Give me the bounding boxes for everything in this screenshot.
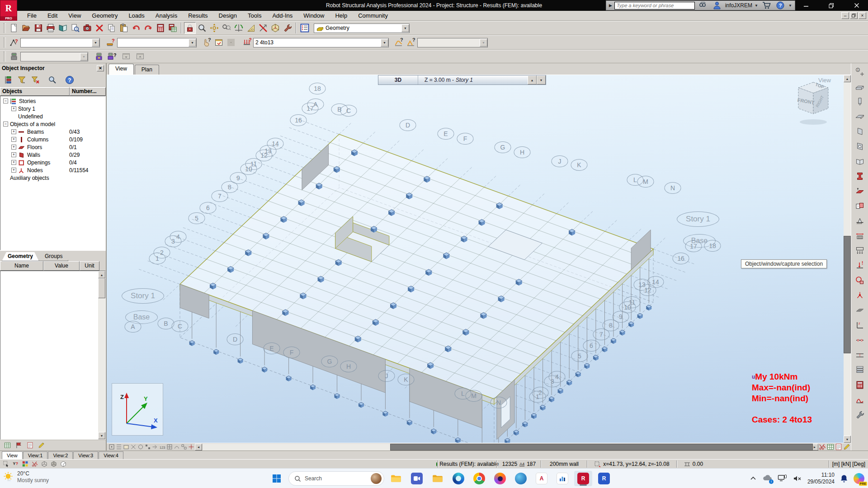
save-icon[interactable]	[33, 22, 44, 34]
calculator-icon[interactable]	[155, 22, 166, 34]
axes-numbering-icon[interactable]: 1	[854, 66, 866, 78]
view-tab-view-4[interactable]: View:4	[99, 451, 123, 459]
edit-icon[interactable]	[37, 441, 46, 450]
view-mode-label[interactable]: 3D	[378, 75, 418, 84]
display-params-icon[interactable]	[299, 22, 311, 34]
shell-icon[interactable]	[854, 155, 866, 167]
expand-toggle-icon[interactable]: +	[11, 129, 16, 134]
story-down-icon[interactable]: ▼	[537, 75, 546, 84]
property-scrollbar[interactable]: ▲ ▼	[98, 271, 105, 439]
print-layout-icon[interactable]	[835, 444, 843, 450]
load-types-icon[interactable]: !	[854, 260, 866, 272]
toolbar-drag-handle[interactable]	[4, 23, 6, 33]
search-highlight-image[interactable]	[371, 473, 382, 484]
menu-help[interactable]: Help	[330, 11, 353, 20]
flag-icon[interactable]	[14, 441, 23, 450]
bar-selection-combo[interactable]: ▼	[117, 38, 197, 47]
expand-toggle-icon[interactable]: −	[3, 99, 8, 103]
section-cut-icon[interactable]	[30, 460, 39, 468]
mdi-restore-button[interactable]	[850, 12, 858, 19]
menu-file[interactable]: File	[22, 11, 42, 20]
viewport-option-icon-8[interactable]: 123	[159, 444, 166, 450]
taskbar-search[interactable]: Search	[288, 471, 384, 486]
viewport-option-icon-4[interactable]	[130, 444, 137, 450]
toolbar-drag-handle[interactable]	[4, 38, 6, 47]
taskbar-app-edge-2[interactable]	[512, 471, 530, 486]
paste-icon[interactable]	[118, 22, 130, 34]
view-mode-icon-1[interactable]	[40, 460, 48, 468]
result-table-icon[interactable]	[826, 444, 835, 450]
panel-type-icon[interactable]	[854, 200, 866, 212]
pan-icon[interactable]	[208, 22, 220, 34]
name-column-header[interactable]: Name	[0, 261, 43, 271]
zoom-in-out-icon[interactable]	[221, 22, 232, 34]
release-icon[interactable]	[854, 334, 866, 346]
case-selection-combo[interactable]: 2 4to13▼	[253, 38, 389, 47]
scroll-left-icon[interactable]: ◄	[195, 444, 202, 450]
undo-icon[interactable]	[130, 22, 142, 34]
preferences-icon[interactable]	[282, 22, 293, 34]
menu-tools[interactable]: Tools	[242, 11, 267, 20]
account-icon[interactable]	[711, 0, 723, 11]
viewport-canvas[interactable]: 1817161413121110987654321ABCDEFGHJKLMNSt…	[107, 75, 844, 443]
expand-toggle-icon[interactable]: +	[11, 145, 16, 150]
3d-view-icon[interactable]	[269, 22, 281, 34]
taskbar-app-folder[interactable]	[429, 471, 447, 486]
opening-icon[interactable]	[854, 141, 866, 152]
minimize-button[interactable]	[799, 1, 813, 9]
view-mode-icon-3[interactable]	[59, 460, 67, 468]
menu-window[interactable]: Window	[298, 11, 330, 20]
expand-toggle-icon[interactable]: +	[11, 137, 16, 142]
mdi-close-button[interactable]: ×	[859, 12, 866, 19]
menu-view[interactable]: View	[63, 11, 86, 20]
unit-column-header[interactable]: Unit	[80, 261, 99, 271]
tree-item-openings[interactable]: +Openings0/4	[0, 159, 105, 166]
tree-item-objects-of-a-model[interactable]: −Objects of a model	[0, 120, 105, 128]
measure-icon[interactable]	[245, 22, 257, 34]
clipping-icon[interactable]	[818, 444, 826, 450]
story-up-icon[interactable]: ▲	[528, 75, 537, 84]
taskbar-app-edge[interactable]	[449, 471, 467, 486]
layout-selector[interactable]: Geometry ▼	[314, 23, 410, 33]
view-mode-icon-2[interactable]	[49, 460, 58, 468]
delete-icon[interactable]	[94, 22, 105, 34]
area-load-icon[interactable]	[854, 245, 866, 257]
value-column-header[interactable]: Value	[43, 261, 80, 271]
menu-edit[interactable]: Edit	[42, 11, 63, 20]
robot-help-icon[interactable]: ?	[105, 51, 117, 62]
toolbar-drag-handle[interactable]	[4, 52, 6, 61]
viewport-option-icon-10[interactable]	[173, 444, 180, 450]
thickness-icon[interactable]	[854, 185, 866, 197]
taskbar-app-browser[interactable]	[491, 471, 509, 486]
annotate-icon[interactable]	[843, 444, 851, 450]
expand-toggle-icon[interactable]: +	[11, 160, 16, 165]
support-icon[interactable]	[854, 215, 866, 227]
bar-selection-icon[interactable]: ?	[105, 37, 117, 48]
expand-toggle-icon[interactable]: +	[11, 168, 16, 173]
snap-tolerance[interactable]: 0.00	[677, 461, 710, 467]
viewport-option-icon-9[interactable]	[166, 444, 173, 450]
tab-geometry[interactable]: Geometry	[2, 252, 39, 261]
pointer-help-icon[interactable]: ?	[201, 37, 212, 48]
number-column-header[interactable]: Number...	[70, 87, 106, 96]
lock-icon[interactable]	[184, 22, 196, 34]
clear-display-icon[interactable]	[257, 22, 269, 34]
tree-item-undefined[interactable]: Undefined	[0, 113, 105, 120]
story-icon[interactable]	[854, 364, 866, 376]
beam-icon[interactable]	[854, 81, 866, 93]
viewport-option-icon-12[interactable]	[188, 444, 195, 450]
menu-results[interactable]: Results	[183, 11, 213, 20]
menu-design[interactable]: Design	[213, 11, 242, 20]
tree-item-nodes[interactable]: +Nodes0/11554	[0, 166, 105, 174]
camera-icon[interactable]	[81, 22, 93, 34]
view-tab-view-2[interactable]: View:2	[48, 451, 73, 459]
layout-grid-icon[interactable]	[21, 460, 29, 468]
notification-bell-icon[interactable]	[840, 474, 848, 483]
menu-community[interactable]: Community	[353, 11, 393, 20]
taskbar-app-chrome[interactable]	[470, 471, 488, 486]
current-element[interactable]: 200mm wall	[542, 461, 587, 467]
quick-query-icon[interactable]: Y?	[11, 460, 20, 468]
clear-filter-icon[interactable]	[30, 75, 41, 85]
keyword-search-input[interactable]	[614, 2, 695, 9]
open-icon[interactable]	[20, 22, 32, 34]
